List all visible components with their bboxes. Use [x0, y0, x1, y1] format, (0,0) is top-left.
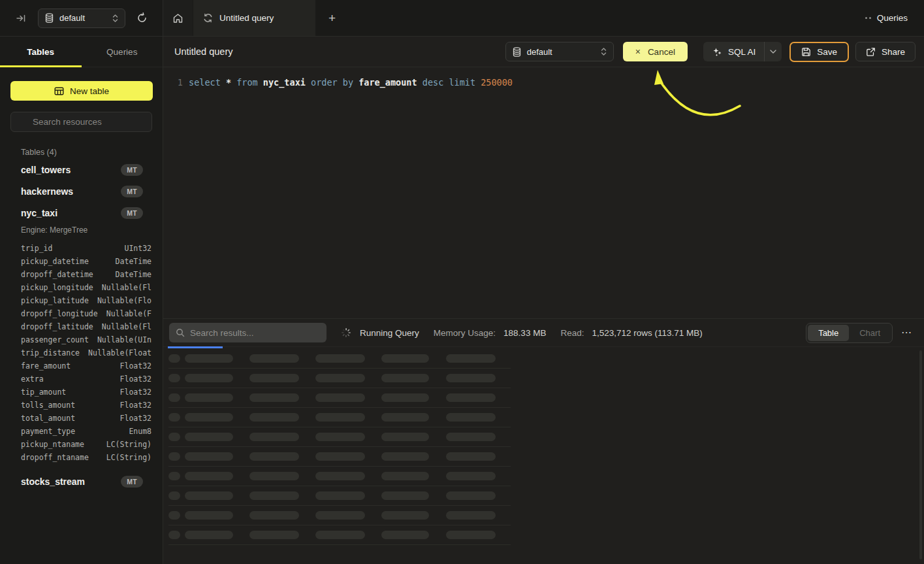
column-type: UInt32: [124, 244, 151, 253]
skeleton-cell: [168, 531, 180, 539]
sql-token: from: [236, 77, 258, 88]
skeleton-cell: [185, 472, 233, 480]
skeleton-cell: [249, 452, 299, 461]
sidebar-tab-tables[interactable]: Tables: [0, 37, 82, 67]
sidebar: Tables Queries New table Tables (4) cell…: [0, 37, 163, 564]
tab-title: Untitled query: [219, 13, 274, 23]
skeleton-cell: [249, 511, 299, 520]
collapse-sidebar-button[interactable]: [14, 12, 28, 25]
column-name: fare_amount: [21, 361, 71, 371]
skeleton-cell: [168, 374, 180, 382]
skeleton-cell: [381, 531, 429, 539]
query-database-selector[interactable]: default: [505, 42, 614, 61]
skeleton-cell: [446, 433, 496, 441]
skeleton-row: [168, 506, 511, 525]
table-row-hackernews[interactable]: hackernews MT: [0, 180, 163, 202]
line-number: 1: [174, 76, 183, 89]
column-row: dropoff_longitudeNullable(F: [21, 307, 151, 320]
column-row: dropoff_ntanameLC(String): [21, 451, 151, 464]
home-button[interactable]: [163, 0, 193, 36]
skeleton-cell: [315, 531, 365, 539]
query-progress-bar: [168, 346, 223, 348]
results-scrollbar[interactable]: [919, 350, 922, 559]
skeleton-cell: [381, 433, 429, 441]
sql-token: [221, 77, 226, 88]
skeleton-cell: [315, 393, 365, 402]
skeleton-cell: [446, 413, 496, 422]
spinner-icon: [341, 327, 351, 338]
chevron-updown-icon: [112, 14, 118, 23]
sql-ai-label: SQL AI: [728, 47, 756, 57]
plus-icon: +: [328, 11, 336, 25]
column-row: dropoff_latitudeNullable(Fl: [21, 320, 151, 333]
column-name: pickup_ntaname: [21, 440, 84, 449]
sidebar-search-input[interactable]: [33, 117, 145, 127]
skeleton-row: [168, 525, 511, 545]
topbar-database-selector[interactable]: default: [38, 8, 125, 28]
sql-token: limit: [449, 77, 475, 88]
results-search-input[interactable]: [190, 328, 320, 338]
column-row: trip_distanceNullable(Float: [21, 346, 151, 359]
read-value: 1,523,712 rows (113.71 MB): [592, 328, 702, 338]
sql-ai-dropdown-button[interactable]: [765, 42, 782, 61]
table-row-nyc-taxi[interactable]: nyc_taxi MT: [0, 202, 163, 224]
skeleton-row: [168, 349, 511, 369]
sql-token: 250000: [481, 77, 513, 88]
skeleton-cell: [168, 433, 180, 441]
new-tab-button[interactable]: +: [316, 0, 348, 36]
query-database-value: default: [527, 47, 552, 57]
sql-token: by: [343, 77, 353, 88]
column-row: tolls_amountFloat32: [21, 399, 151, 412]
column-type: Float32: [120, 414, 151, 423]
refresh-button[interactable]: [135, 11, 149, 25]
results-toolbar: Running Query Memory Usage: 188.33 MB Re…: [163, 319, 924, 347]
skeleton-row: [168, 388, 511, 408]
table-row-cell-towers[interactable]: cell_towers MT: [0, 159, 163, 180]
skeleton-cell: [185, 413, 233, 422]
sql-token: [231, 77, 236, 88]
results-panel: Running Query Memory Usage: 188.33 MB Re…: [163, 318, 924, 564]
table-row-stocks-stream[interactable]: stocks_stream MT: [0, 471, 163, 492]
column-name: trip_id: [21, 244, 52, 253]
collapse-sidebar-icon: [16, 13, 27, 24]
column-type: DateTime: [116, 257, 151, 266]
view-toggle-table[interactable]: Table: [808, 325, 849, 341]
share-button[interactable]: Share: [855, 42, 916, 61]
table-grid-icon: [54, 87, 64, 95]
tab-untitled-query[interactable]: Untitled query: [193, 0, 315, 36]
skeleton-cell: [185, 531, 233, 539]
column-type: Nullable(Flo: [97, 296, 151, 305]
sql-token: desc: [422, 77, 444, 88]
cancel-button[interactable]: × Cancel: [623, 42, 688, 61]
view-toggle-chart[interactable]: Chart: [849, 325, 891, 341]
column-type: Nullable(Float: [88, 348, 151, 357]
skeleton-row: [168, 447, 511, 467]
skeleton-cell: [446, 472, 496, 480]
column-name: dropoff_datetime: [21, 270, 93, 279]
save-button[interactable]: Save: [789, 42, 849, 62]
skeleton-cell: [168, 354, 180, 363]
home-icon: [172, 13, 183, 24]
queries-nav-link[interactable]: Queries: [865, 0, 924, 36]
more-options-button[interactable]: ⋯: [901, 327, 912, 338]
new-table-button[interactable]: New table: [10, 81, 153, 101]
column-name: passenger_count: [21, 335, 89, 344]
chevron-updown-icon: [601, 47, 607, 56]
skeleton-cell: [446, 452, 496, 461]
column-row: pickup_longitudeNullable(Fl: [21, 281, 151, 294]
sql-ai-button[interactable]: SQL AI: [703, 42, 764, 61]
skeleton-cell: [249, 472, 299, 480]
column-type: Enum8: [129, 427, 151, 436]
column-row: tip_amountFloat32: [21, 386, 151, 399]
sql-token: fare_amount: [358, 77, 417, 88]
tabstrip: Untitled query +: [163, 0, 348, 36]
skeleton-row: [168, 427, 511, 447]
sidebar-tab-queries[interactable]: Queries: [82, 37, 163, 67]
skeleton-cell: [249, 413, 299, 422]
memory-usage-metric: Memory Usage: 188.33 MB: [434, 328, 547, 338]
topbar-database-value: default: [59, 13, 85, 23]
sql-code-line[interactable]: select * from nyc_taxi order by fare_amo…: [189, 76, 513, 89]
column-row: pickup_latitudeNullable(Flo: [21, 294, 151, 307]
sidebar-tab-queries-label: Queries: [106, 47, 137, 57]
skeleton-cell: [168, 413, 180, 422]
